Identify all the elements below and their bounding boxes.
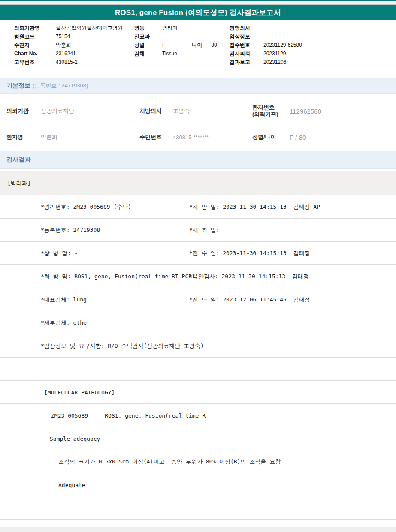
basic-info-title: 기본정보 bbox=[6, 82, 30, 90]
field-label: 임상정보 bbox=[230, 33, 263, 40]
field-label: 진료과 bbox=[134, 33, 162, 40]
result-left: *임상정보 및 요구사항: R/O 수탁검사(삼광의료재단-조영숙) bbox=[41, 342, 204, 350]
info-row-specimen: 검체 Tissue bbox=[134, 49, 228, 58]
field-value: 20231129-62580 bbox=[263, 42, 302, 48]
field-value: F / 80 bbox=[290, 134, 306, 141]
result-row-sample-adequacy-label: Sample adequacy bbox=[0, 427, 396, 450]
result-right: *접 수 일: 2023-11-30 14:15:13 김태정 bbox=[189, 249, 310, 257]
patient-info-middle-column: 병동 병리과 진료과 성별 F 나이 80 검체 Tissue bbox=[129, 24, 228, 70]
field-label: 수진자 bbox=[14, 42, 56, 49]
info-row-hospital-code: 병원코드 75154 bbox=[14, 32, 129, 41]
patient-info-table: 의뢰기관명 울산공업학원울산대학교병원 병원코드 75154 수진자 박춘화 C… bbox=[0, 20, 396, 70]
field-label: 병원코드 bbox=[14, 33, 56, 40]
field-value: 병리과 bbox=[162, 24, 178, 32]
field-value: 75154 bbox=[56, 33, 70, 39]
result-left: ZM23-005689 ROS1, gene, Fusion(real-time… bbox=[51, 412, 206, 418]
result-row-adequacy-criteria: 조직의 크기가 0.5x0.5cm 이상(A)이고, 종양 부위가 80% 이상… bbox=[0, 450, 396, 473]
result-row-clinical-request: *임상정보 및 요구사항: R/O 수탁검사(삼광의료재단-조영숙) bbox=[0, 334, 396, 358]
result-row-main-specimen: *대표검체: lung *진 단 일: 2023-12-06 11:45:45 … bbox=[0, 288, 396, 311]
report-page: ROS1, gene Fusion (여의도성모) 검사결과보고서 의뢰기관명 … bbox=[0, 0, 396, 532]
info-row-sex-age: 성별 F 나이 80 bbox=[134, 41, 228, 49]
info-row-chart-no: Chart No. 2316241 bbox=[14, 49, 129, 58]
result-right: *처 방 일: 2023-11-30 14:15:13 김태정 AP bbox=[189, 203, 320, 211]
field-value: 조영숙 bbox=[173, 107, 252, 115]
result-right: *육안검사: 2023-11-30 14:15:13 김태정 bbox=[189, 273, 309, 280]
report-title: ROS1, gene Fusion (여의도성모) 검사결과보고서 bbox=[115, 8, 281, 18]
result-row-molecular-pathology-header: [MOLECULAR PATHOLOGY] bbox=[0, 381, 396, 404]
info-row-unique-no: 고유번호 430815-2 bbox=[14, 58, 129, 66]
field-label: 의뢰기관 bbox=[6, 107, 41, 115]
field-label: 성별/나이 bbox=[252, 134, 290, 141]
field-label: 검체 bbox=[134, 50, 162, 57]
result-left: *등록번호: 24719308 bbox=[41, 226, 100, 234]
footer-bar bbox=[0, 527, 396, 532]
result-left: *세부검체: other bbox=[41, 319, 90, 327]
field-label: 검사의뢰 bbox=[230, 50, 263, 57]
result-left: [MOLECULAR PATHOLOGY] bbox=[44, 389, 115, 395]
field-value: 112962580 bbox=[290, 108, 321, 115]
result-left: *처 방 명: ROS1, gene, Fusion(real-time RT-… bbox=[41, 273, 195, 280]
field-value: 2316241 bbox=[56, 51, 76, 57]
department-label: [병리과] bbox=[7, 180, 31, 187]
info-row-clinical-info: 임상정보 bbox=[230, 32, 396, 41]
result-row-test-name: ZM23-005689 ROS1, gene, Fusion(real-time… bbox=[0, 404, 396, 427]
field-label-patient-no: 환자번호(의뢰기관) bbox=[252, 104, 290, 118]
info-row-department: 진료과 bbox=[134, 32, 228, 41]
field-value: 박춘화 bbox=[41, 133, 139, 141]
result-left: *상 병 명: - bbox=[41, 249, 78, 257]
result-row-empty bbox=[0, 358, 396, 381]
field-value: 20231206 bbox=[263, 59, 286, 65]
field-label: 환자명 bbox=[6, 133, 41, 141]
field-label-line2: (의뢰기관) bbox=[252, 111, 290, 118]
basic-info-row-patient: 환자명 박춘화 주민번호 430815-******* 성별/나이 F / 80 bbox=[0, 124, 396, 150]
result-left: 조직의 크기가 0.5x0.5cm 이상(A)이고, 종양 부위가 80% 이상… bbox=[58, 458, 284, 466]
result-left: *병리번호: ZM23-005689 (수탁) bbox=[41, 203, 131, 211]
field-value: 20231129 bbox=[263, 51, 286, 57]
result-left: Sample adequacy bbox=[50, 435, 100, 442]
field-value-age: 80 bbox=[211, 42, 217, 48]
info-row-attending-doctor: 담당의사 bbox=[230, 24, 396, 32]
report-title-bar: ROS1, gene Fusion (여의도성모) 검사결과보고서 bbox=[0, 5, 396, 20]
top-gap bbox=[0, 1, 396, 5]
field-label-line1: 환자번호 bbox=[252, 104, 290, 111]
field-value: Tissue bbox=[162, 51, 177, 57]
field-value: 울산공업학원울산대학교병원 bbox=[56, 24, 123, 32]
field-value: 삼광의료재단 bbox=[41, 107, 139, 115]
results-title: 검사결과 bbox=[6, 156, 30, 164]
field-label: 주민번호 bbox=[139, 133, 173, 141]
results-section-header: 검사결과 bbox=[0, 151, 396, 169]
field-label: Chart No. bbox=[14, 51, 56, 57]
field-label: 결과보고 bbox=[230, 59, 263, 66]
result-left: *대표검체: lung bbox=[41, 296, 87, 304]
info-row-ward: 병동 병리과 bbox=[134, 24, 228, 32]
result-row-registration-no: *등록번호: 24719308 *채 취 일: bbox=[0, 219, 396, 242]
basic-info-rows: 의뢰기관 삼광의료재단 처방의사 조영숙 환자번호(의뢰기관) 11296258… bbox=[0, 98, 396, 150]
result-row-pathology-no: *병리번호: ZM23-005689 (수탁) *처 방 일: 2023-11-… bbox=[0, 195, 396, 219]
result-row-disease-name: *상 병 명: - *접 수 일: 2023-11-30 14:15:13 김태… bbox=[0, 242, 396, 265]
field-value: F bbox=[162, 42, 165, 48]
info-row-examinee: 수진자 박춘화 bbox=[14, 41, 129, 49]
result-right: *진 단 일: 2023-12-06 11:45:45 김태정 bbox=[189, 296, 310, 304]
field-value: 430815-2 bbox=[56, 59, 78, 65]
field-value: 430815-******* bbox=[173, 134, 252, 141]
info-row-result-report-date: 결과보고 20231206 bbox=[230, 58, 396, 66]
field-label-age: 나이 bbox=[192, 42, 211, 49]
info-row-test-request-date: 검사의뢰 20231129 bbox=[230, 49, 396, 58]
registration-number: (등록번호 : 24719308) bbox=[33, 82, 88, 90]
result-row-prescription-name: *처 방 명: ROS1, gene, Fusion(real-time RT-… bbox=[0, 265, 396, 288]
field-label: 담당의사 bbox=[230, 24, 263, 32]
field-label: 의뢰기관명 bbox=[14, 24, 56, 32]
result-row-sub-specimen: *세부검체: other bbox=[0, 311, 396, 334]
basic-info-row-org: 의뢰기관 삼광의료재단 처방의사 조영숙 환자번호(의뢰기관) 11296258… bbox=[0, 98, 396, 124]
info-row-requesting-org: 의뢰기관명 울산공업학원울산대학교병원 bbox=[14, 24, 129, 32]
field-label: 병동 bbox=[134, 24, 162, 32]
field-value: 박춘화 bbox=[56, 42, 71, 49]
result-right: *채 취 일: bbox=[189, 226, 219, 234]
tail-spacer bbox=[0, 520, 396, 527]
field-label: 처방의사 bbox=[139, 107, 173, 115]
field-label: 접수번호 bbox=[230, 42, 263, 49]
result-left: Adequate bbox=[58, 481, 85, 488]
result-row-adequacy-result: Adequate bbox=[0, 473, 396, 496]
result-row-empty-bottom bbox=[0, 496, 396, 520]
patient-info-left-column: 의뢰기관명 울산공업학원울산대학교병원 병원코드 75154 수진자 박춘화 C… bbox=[0, 24, 129, 70]
